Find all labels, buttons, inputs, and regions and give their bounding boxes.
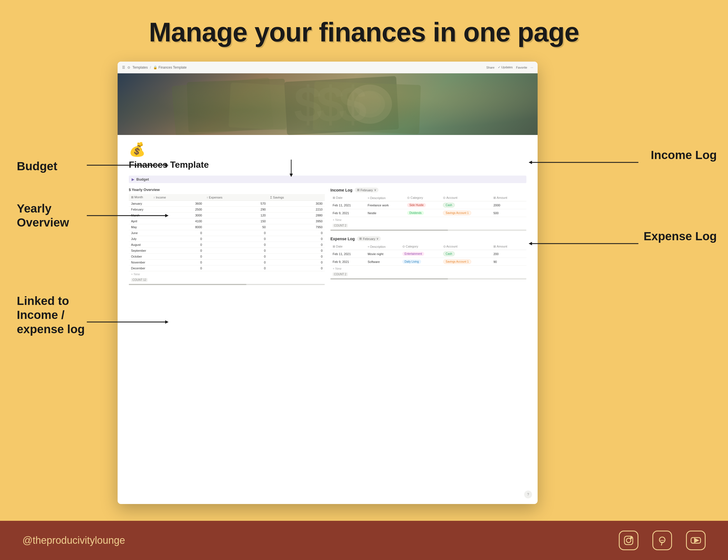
cell-expenses: 0 xyxy=(204,242,268,248)
cell-month: November xyxy=(129,260,151,265)
label-linked: Linked to Income / expense log xyxy=(17,294,85,336)
breadcrumb-templates[interactable]: Templates xyxy=(132,66,148,69)
svg-marker-27 xyxy=(695,539,698,542)
menu-icon[interactable]: ☰ xyxy=(122,66,125,69)
cell-account: Cash xyxy=(441,201,491,209)
income-log-table: ⊞ Date ≈ Description ⊙ Category ⊙ Accoun… xyxy=(330,195,526,217)
share-button[interactable]: Share xyxy=(486,66,494,69)
cell-savings: 0 xyxy=(268,242,325,248)
expense-log-table: ⊞ Date ≈ Description ⊙ Category ⊙ Accoun… xyxy=(330,243,526,266)
list-item[interactable]: Feb 9, 2021 Nestle Dividends Savings Acc… xyxy=(330,209,526,217)
cell-income: 0 xyxy=(151,236,204,242)
page-title: Finances Template xyxy=(129,160,526,170)
breadcrumb-finances[interactable]: 🔒 Finances Template xyxy=(153,66,187,69)
cell-amount: 500 xyxy=(491,209,519,217)
cell-savings: 0 xyxy=(268,265,325,271)
cell-income: 2500 xyxy=(151,207,204,213)
list-item[interactable]: Feb 9, 2021 Software Daily Living Saving… xyxy=(330,258,526,266)
youtube-icon[interactable] xyxy=(686,531,706,550)
cell-description: Software xyxy=(365,258,400,266)
breadcrumb-sep: / xyxy=(150,66,151,69)
instagram-icon[interactable] xyxy=(619,531,638,550)
budget-section: ▶ Budget xyxy=(129,176,526,183)
table-row[interactable]: February 2500 290 2210 xyxy=(129,207,325,213)
cell-month: June xyxy=(129,230,151,236)
svg-point-22 xyxy=(631,537,632,538)
cell-amount: 2000 xyxy=(491,201,519,209)
list-item[interactable]: Feb 11, 2021 Movie night Entertainment C… xyxy=(330,250,526,258)
cell-income: 0 xyxy=(151,260,204,265)
expense-log-section: Expense Log ⊞ February ∨ ⊞ Date ≈ Descri… xyxy=(330,236,526,279)
right-panel: Income Log ⊞ February ∨ ⊞ Date ≈ Descrip… xyxy=(330,188,526,285)
sigma-icon: Σ xyxy=(270,196,272,199)
notion-hero: $$$ xyxy=(118,73,538,135)
cell-savings: 0 xyxy=(268,230,325,236)
table-row[interactable]: September 0 0 0 xyxy=(129,248,325,254)
cell-savings: 7950 xyxy=(268,224,325,230)
cell-savings: 0 xyxy=(268,248,325,254)
cell-date: Feb 11, 2021 xyxy=(330,201,365,209)
table-row[interactable]: July 0 0 0 xyxy=(129,236,325,242)
table-row[interactable]: May 8000 50 7950 xyxy=(129,224,325,230)
pinterest-icon[interactable] xyxy=(652,531,672,550)
table-row[interactable]: March 3000 120 2880 xyxy=(129,213,325,218)
updates-button[interactable]: ✓ Updates xyxy=(498,66,513,69)
expense-log-filter[interactable]: ⊞ February ∨ xyxy=(357,236,381,241)
table-row[interactable]: January 3600 570 3030 xyxy=(129,201,325,207)
cell-description: Freelance work xyxy=(365,201,405,209)
expense-log-header: Expense Log ⊞ February ∨ xyxy=(330,236,526,241)
cell-amount: 200 xyxy=(491,250,519,258)
table-row[interactable]: November 0 0 0 xyxy=(129,260,325,265)
income-log-section: Income Log ⊞ February ∨ ⊞ Date ≈ Descrip… xyxy=(330,188,526,231)
cell-expenses: 0 xyxy=(204,260,268,265)
cell-savings: 2880 xyxy=(268,213,325,218)
expense-col-date: ⊞ Date xyxy=(330,243,365,250)
section-arrow: ▶ xyxy=(132,178,134,181)
content-grid: $ Yearly Overview ⊞ Month ↑ Income ↑ Exp… xyxy=(129,188,526,285)
cell-category: Daily Living xyxy=(400,258,441,266)
yearly-new-row[interactable]: + New xyxy=(129,271,325,277)
table-row[interactable]: June 0 0 0 xyxy=(129,230,325,236)
cell-expenses: 0 xyxy=(204,265,268,271)
income-new-row[interactable]: + New xyxy=(330,217,526,223)
favorite-button[interactable]: Favorite xyxy=(516,66,527,69)
yearly-overview: $ Yearly Overview ⊞ Month ↑ Income ↑ Exp… xyxy=(129,188,325,285)
table-row[interactable]: August 0 0 0 xyxy=(129,242,325,248)
label-budget: Budget xyxy=(17,160,57,173)
yearly-overview-title: $ Yearly Overview xyxy=(129,188,325,192)
income-log-header: Income Log ⊞ February ∨ xyxy=(330,188,526,192)
table-row[interactable]: October 0 0 0 xyxy=(129,254,325,260)
income-log-filter[interactable]: ⊞ February ∨ xyxy=(355,188,379,192)
cell-savings: 3030 xyxy=(268,201,325,207)
topbar-left: ☰ ⊙ Templates / 🔒 Finances Template xyxy=(122,66,486,69)
cell-savings: 0 xyxy=(268,260,325,265)
expense-new-row[interactable]: + New xyxy=(330,266,526,271)
expense-col-desc: ≈ Description xyxy=(365,243,400,250)
more-button[interactable]: ··· xyxy=(531,66,533,69)
calendar-icon: ⊞ xyxy=(131,195,134,199)
cell-extra xyxy=(519,201,526,209)
help-button[interactable]: ? xyxy=(524,491,532,498)
svg-point-7 xyxy=(358,92,381,114)
label-income-log: Income Log xyxy=(651,148,717,162)
lock-icon: 🔒 xyxy=(153,66,157,69)
cell-month: December xyxy=(129,265,151,271)
cell-expenses: 0 xyxy=(204,230,268,236)
label-yearly: Yearly Overview xyxy=(17,202,69,230)
calendar-icon-income: ⊞ xyxy=(357,188,360,192)
notion-content: 💰 Finances Template ▶ Budget $ Yearly Ov… xyxy=(118,135,538,292)
cell-expenses: 570 xyxy=(204,201,268,207)
budget-section-header[interactable]: ▶ Budget xyxy=(129,176,526,183)
cell-savings: 3950 xyxy=(268,218,325,224)
label-expense-log: Expense Log xyxy=(644,230,717,243)
cell-category: Side Hustle xyxy=(405,201,441,209)
cell-expenses: 0 xyxy=(204,254,268,260)
cell-expenses: 150 xyxy=(204,218,268,224)
table-row[interactable]: December 0 0 0 xyxy=(129,265,325,271)
footer-icons xyxy=(619,531,706,550)
cell-income: 3000 xyxy=(151,213,204,218)
list-item[interactable]: Feb 11, 2021 Freelance work Side Hustle … xyxy=(330,201,526,209)
cell-month: May xyxy=(129,224,151,230)
table-row[interactable]: April 4100 150 3950 xyxy=(129,218,325,224)
notion-icon: ⊙ xyxy=(127,66,130,69)
